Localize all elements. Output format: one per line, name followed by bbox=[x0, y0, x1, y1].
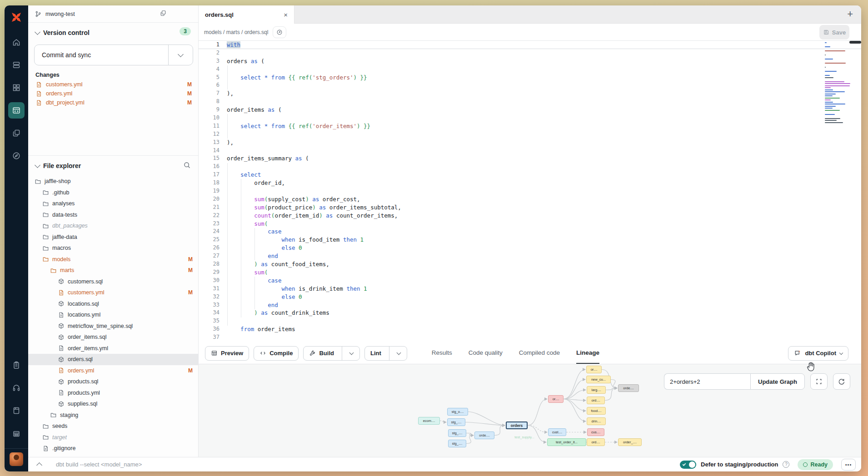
change-row[interactable]: orders.ymlM bbox=[28, 89, 198, 98]
code-line[interactable]: 11 select * from {{ ref('order_items') }… bbox=[199, 122, 861, 130]
help-icon[interactable]: ? bbox=[783, 461, 789, 468]
lineage-node-yord2[interactable]: ord.... bbox=[587, 438, 605, 446]
lineage-node-ynewcu[interactable]: new_cu... bbox=[586, 376, 611, 383]
tab-results[interactable]: Results bbox=[432, 342, 452, 364]
commit-and-sync-button[interactable]: Commit and sync bbox=[34, 45, 193, 65]
tree-item-jaffle-shop[interactable]: jaffle-shop bbox=[28, 176, 198, 187]
nav-orchestration[interactable] bbox=[8, 125, 25, 141]
lineage-node-ydrin[interactable]: drin.... bbox=[587, 417, 606, 425]
scrollbar-thumb[interactable] bbox=[849, 41, 861, 44]
code-line[interactable]: 1with bbox=[199, 41, 861, 49]
tree-item-models[interactable]: modelsM bbox=[28, 254, 198, 265]
code-line[interactable]: 30 case bbox=[199, 277, 861, 285]
preview-button[interactable]: Preview bbox=[205, 346, 249, 361]
tree-item-macros[interactable]: macros bbox=[28, 243, 198, 254]
tree-item-customers-yml[interactable]: customers.ymlM bbox=[28, 287, 198, 298]
code-line[interactable]: 8 bbox=[199, 98, 861, 106]
code-line[interactable]: 2 bbox=[199, 49, 861, 57]
dbt-copilot-button[interactable]: dbt Copilot bbox=[788, 346, 848, 361]
code-line[interactable]: 36 from order_items bbox=[199, 325, 861, 333]
build-button[interactable]: Build bbox=[303, 346, 360, 361]
change-row[interactable]: customers.ymlM bbox=[28, 80, 198, 89]
close-icon[interactable]: × bbox=[284, 11, 288, 18]
lineage-node-cust[interactable]: cust.... bbox=[548, 428, 566, 436]
code-line[interactable]: 17 select bbox=[199, 171, 861, 179]
tab-code-quality[interactable]: Code quality bbox=[469, 342, 503, 364]
nav-explore[interactable] bbox=[8, 148, 25, 164]
code-line[interactable]: 25 when is_food_item then 1 bbox=[199, 236, 861, 244]
tab-orders-sql[interactable]: orders.sql × bbox=[199, 5, 294, 24]
chevron-down-icon[interactable] bbox=[349, 350, 354, 355]
lineage-node-yfood[interactable]: food.... bbox=[587, 407, 606, 415]
lineage-panel[interactable]: Update Graph ecom....stg_o....stg_....st… bbox=[199, 364, 861, 457]
lineage-node-yor[interactable]: or.... bbox=[586, 366, 602, 373]
tree-item-seeds[interactable]: seeds bbox=[28, 421, 198, 432]
code-line[interactable]: 28 ) as count_food_items, bbox=[199, 260, 861, 268]
code-line[interactable]: 14 bbox=[199, 147, 861, 155]
tree-item-products-yml[interactable]: products.yml bbox=[28, 387, 198, 399]
code-line[interactable]: 23 sum( bbox=[199, 220, 861, 228]
code-line[interactable]: 15order_items_summary as ( bbox=[199, 154, 861, 163]
update-graph-button[interactable]: Update Graph bbox=[750, 373, 805, 390]
code-line[interactable]: 32 else 0 bbox=[199, 293, 861, 301]
code-line[interactable]: 10 bbox=[199, 114, 861, 122]
lineage-node-ghost[interactable]: test_supply... bbox=[508, 433, 541, 441]
code-line[interactable]: 9order_items as ( bbox=[199, 106, 861, 114]
nav-apps[interactable] bbox=[8, 79, 25, 96]
lineage-node-stg3[interactable]: stg_.... bbox=[448, 429, 466, 437]
more-options-button[interactable]: ••• bbox=[841, 459, 856, 471]
code-line[interactable]: 26 else 0 bbox=[199, 244, 861, 252]
tab-compiled-code[interactable]: Compiled code bbox=[519, 342, 560, 364]
tree-item-orders-sql[interactable]: orders.sql bbox=[28, 354, 198, 365]
code-line[interactable]: 18 order_id, bbox=[199, 179, 861, 187]
code-line[interactable]: 19 bbox=[199, 187, 861, 195]
nav-support[interactable] bbox=[8, 380, 25, 396]
code-line[interactable]: 13), bbox=[199, 139, 861, 147]
tree-item-marts[interactable]: martsM bbox=[28, 265, 198, 276]
lineage-node-stg4[interactable]: stg_.... bbox=[448, 440, 466, 447]
lineage-node-yord[interactable]: ord.... bbox=[587, 397, 605, 404]
code-line[interactable]: 29 sum( bbox=[199, 268, 861, 277]
user-avatar[interactable] bbox=[10, 452, 23, 466]
tab-lineage[interactable]: Lineage bbox=[576, 342, 599, 364]
new-tab-button[interactable]: + bbox=[847, 8, 853, 20]
copy-branch-icon[interactable] bbox=[160, 10, 167, 18]
nav-changelog[interactable] bbox=[8, 357, 25, 373]
fullscreen-button[interactable] bbox=[810, 373, 828, 390]
commit-options-dropdown[interactable] bbox=[168, 45, 193, 65]
lineage-node-orders[interactable]: orders bbox=[506, 421, 528, 429]
code-line[interactable]: 35 bbox=[199, 317, 861, 325]
version-control-header[interactable]: Version control 3 bbox=[28, 23, 198, 40]
tree-item-order-items-sql[interactable]: order_items.sql bbox=[28, 332, 198, 343]
status-badge[interactable]: Ready bbox=[798, 459, 833, 470]
code-line[interactable]: 5 select * from {{ ref('stg_orders') }} bbox=[199, 74, 861, 82]
tree-item-jaffle-data[interactable]: jaffle-data bbox=[28, 232, 198, 243]
nav-deploy[interactable] bbox=[8, 57, 25, 73]
nav-ide[interactable] bbox=[8, 102, 25, 119]
code-line[interactable]: 7), bbox=[199, 89, 861, 98]
tree-item-locations-sql[interactable]: locations.sql bbox=[28, 298, 198, 310]
minimap[interactable] bbox=[825, 42, 854, 124]
tree-item-data-tests[interactable]: data-tests bbox=[28, 209, 198, 221]
command-input[interactable]: dbt build --select <model_name> bbox=[56, 461, 675, 468]
refresh-button[interactable] bbox=[833, 373, 850, 390]
tree-item-locations-yml[interactable]: locations.yml bbox=[28, 309, 198, 321]
code-line[interactable]: 31 when is_drink_item then 1 bbox=[199, 285, 861, 293]
lineage-node-ecom[interactable]: ecom.... bbox=[418, 417, 440, 425]
code-line[interactable]: 12 bbox=[199, 130, 861, 139]
tree-item-staging[interactable]: staging bbox=[28, 410, 198, 421]
code-line[interactable]: 24 case bbox=[199, 228, 861, 236]
lineage-filter-input[interactable] bbox=[664, 373, 750, 390]
dbt-logo[interactable] bbox=[9, 10, 24, 25]
code-editor[interactable]: 1with23orders as (45 select * from {{ re… bbox=[199, 41, 861, 342]
chevron-down-icon[interactable] bbox=[396, 350, 401, 355]
tree-item-target[interactable]: target bbox=[28, 432, 198, 443]
tree-item-metricflow-time-spine-sql[interactable]: metricflow_time_spine.sql bbox=[28, 321, 198, 332]
code-line[interactable]: 34 ) as count_drink_items bbox=[199, 309, 861, 317]
code-line[interactable]: 37 bbox=[199, 333, 861, 342]
lineage-node-cuspink[interactable]: cus.... bbox=[587, 428, 604, 436]
tree-item-supplies-sql[interactable]: supplies.sql bbox=[28, 398, 198, 410]
tree-item-products-sql[interactable]: products.sql bbox=[28, 376, 198, 387]
nav-marketplace[interactable] bbox=[8, 425, 25, 441]
code-line[interactable]: 27 end bbox=[199, 252, 861, 260]
